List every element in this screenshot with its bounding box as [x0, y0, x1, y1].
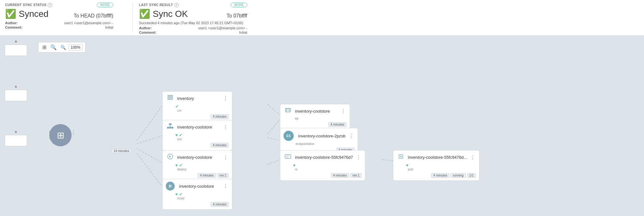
svg-rect-11	[167, 98, 173, 98]
inventory-coolstore-ep-title: inventory-coolstore	[295, 109, 338, 114]
inventory-cm-title: inventory	[177, 96, 220, 101]
inventory-coolstore-svc-menu[interactable]: ⋮	[222, 124, 229, 130]
rs-heart: ♥	[293, 163, 296, 168]
zoom-value: 100%	[68, 44, 83, 51]
svg-rect-21	[285, 108, 291, 109]
zoom-in-btn[interactable]: 🔍	[49, 44, 58, 51]
inventory-coolstore-deploy-icon	[166, 153, 175, 162]
inventory-coolstore-ep-footer: 4 minutes	[284, 122, 346, 127]
inventory-coolstore-route-tag: 4 minutes	[211, 202, 229, 207]
inventory1-circle[interactable]: ⊞	[49, 124, 72, 146]
svg-rect-10	[167, 96, 173, 97]
inventory-coolstore-route-title: inventory-coolstore	[179, 184, 220, 189]
inventory1-icon: ⊞	[57, 130, 64, 141]
svg-rect-13	[169, 123, 172, 125]
svg-line-0	[137, 106, 162, 141]
inventory1-group: ⊞ inventory1 ⋮ ♥ ✔	[49, 129, 77, 141]
current-sync-more-btn[interactable]: MORE	[97, 3, 113, 7]
inventory-coolstore-svc-title: inventory-coolstore	[177, 125, 220, 129]
inventory-coolstore-2pzsb-type: endpointslice	[296, 142, 354, 146]
inventory-coolstore-deploy-footer: 4 minutes rev:1	[166, 173, 229, 178]
inventory-coolstore-ep-menu[interactable]: ⋮	[340, 108, 346, 114]
fit-screen-btn[interactable]: ⊞	[41, 44, 48, 51]
svg-line-5	[267, 119, 280, 134]
zoom-out-btn[interactable]: 🔍	[59, 44, 67, 51]
inventory-coolstore-route-menu[interactable]: ⋮	[222, 183, 229, 189]
side-item-3: ▲	[3, 129, 29, 146]
svg-line-1	[137, 136, 162, 144]
side-arrow-up-3[interactable]: ▲	[14, 129, 18, 134]
current-sync-comment-row: Comment: Initial	[5, 25, 113, 29]
inventory-coolstore-ep-tag: 4 minutes	[328, 122, 346, 127]
inventory-coolstore-2pzsb-menu[interactable]: ⋮	[348, 133, 354, 139]
last-sync-to-head: To 07bffff	[227, 13, 247, 19]
svc-heart: ♥	[175, 133, 178, 137]
inventory-coolstore-pod-menu[interactable]: ⋮	[470, 154, 476, 160]
deploy-heart: ♥	[175, 163, 178, 168]
svg-rect-29	[400, 156, 402, 157]
inventory-cm-menu[interactable]: ⋮	[222, 95, 229, 101]
pod-heart: ♥	[406, 163, 409, 168]
inventory-coolstore-deploy-tag: 4 minutes	[198, 173, 216, 178]
svg-line-3	[137, 153, 162, 187]
inventory-coolstore-rs-menu[interactable]: ⋮	[355, 154, 362, 160]
svc-check: ✔	[179, 133, 183, 137]
inventory-cm-icon	[166, 94, 175, 103]
side-arrow-up-1[interactable]: ▲	[14, 39, 18, 43]
last-sync-author-row: Author: user1 <user1@example.com> -	[139, 26, 247, 30]
route-heart: ♥	[175, 192, 178, 197]
inventory1-tag: 14 minutes	[111, 149, 131, 153]
inventory-coolstore-svc-tag: 4 minutes	[211, 143, 229, 148]
svg-rect-12	[167, 99, 173, 100]
deploy-check: ✔	[179, 163, 183, 168]
inventory-coolstore-deploy-menu[interactable]: ⋮	[222, 154, 229, 160]
svg-rect-14	[167, 127, 169, 129]
svg-rect-9	[167, 95, 173, 96]
info-icon: ?	[48, 3, 52, 7]
svg-rect-26	[286, 156, 290, 156]
inventory-coolstore-rs-icon	[284, 153, 292, 162]
status-bar: CURRENT SYNC STATUS ? MORE ✅ Synced To H…	[0, 0, 644, 36]
svg-line-8	[382, 160, 393, 161]
canvas-area: ⊞ 🔍 🔍 100% ▲ ▲ ▲ ⊞ inventory1 ⋮	[0, 36, 644, 216]
inventory-coolstore-route-footer: 4 minutes	[166, 202, 229, 207]
canvas-toolbar: ⊞ 🔍 🔍 100%	[38, 42, 86, 52]
inventory-coolstore-svc-type: svc	[177, 137, 229, 141]
last-sync-section: LAST SYNC RESULT ? MORE ✅ Sync OK To 07b…	[139, 3, 260, 35]
inventory-coolstore-ep-icon	[284, 107, 292, 115]
svg-rect-25	[285, 155, 291, 158]
inventory-coolstore-route-card: R inventory-coolstore ⋮ ♥ ✔ route 4 minu…	[162, 179, 232, 210]
inventory-cm-tag: 4 minutes	[211, 114, 229, 119]
inventory-coolstore-rs-rev: rev:1	[350, 173, 362, 178]
inventory-coolstore-pod-footer: 4 minutes running 1/1	[396, 173, 476, 178]
inventory-coolstore-rs-tag: 4 minutes	[331, 173, 349, 178]
inventory-coolstore-rs-card: inventory-coolstore-55fc9476d7 ⋮ ♥ rs 4 …	[280, 150, 365, 181]
inventory-coolstore-deploy-rev: rev:1	[217, 173, 229, 178]
inventory-coolstore-svc-footer: 4 minutes	[166, 143, 229, 148]
route-r-icon: R	[166, 182, 175, 191]
inventory-coolstore-deploy-card: inventory-coolstore ⋮ ♥ ✔ deploy 4 minut…	[162, 150, 232, 181]
last-sync-more-btn[interactable]: MORE	[231, 3, 247, 7]
svg-line-6	[267, 137, 280, 141]
current-sync-author-row: Author: user1 <user1@example.com> -	[5, 21, 113, 25]
inventory-coolstore-deploy-type: deploy	[177, 168, 229, 171]
last-sync-check-icon: ✅	[139, 9, 150, 19]
current-sync-title: ✅ Synced	[5, 9, 48, 19]
inventory-coolstore-pod-type: pod	[408, 168, 476, 171]
current-sync-section: CURRENT SYNC STATUS ? MORE ✅ Synced To H…	[5, 3, 126, 30]
inventory-coolstore-pod-running: running	[451, 173, 466, 178]
route-check: ✔	[179, 192, 183, 197]
inventory-coolstore-ep-card: inventory-coolstore ⋮ ep 4 minutes	[280, 104, 350, 130]
svg-rect-15	[169, 127, 171, 129]
last-sync-title: ✅ Sync OK	[139, 9, 188, 19]
svg-line-7	[267, 160, 280, 164]
inventory-coolstore-2pzsb-title: inventory-coolstore-2pzsb	[298, 134, 346, 138]
status-divider	[132, 3, 133, 33]
svg-line-4	[267, 104, 280, 115]
last-sync-label: LAST SYNC RESULT ?	[139, 3, 179, 7]
side-arrow-up-2[interactable]: ▲	[14, 84, 18, 88]
inventory-coolstore-rs-type: rs	[295, 168, 362, 171]
last-sync-comment-row: Comment: Initial	[139, 31, 247, 34]
inventory-coolstore-svc-card: inventory-coolstore ⋮ ♥ ✔ svc 4 minutes	[162, 120, 232, 150]
current-sync-to-head: To HEAD (07bffff)	[74, 13, 113, 19]
